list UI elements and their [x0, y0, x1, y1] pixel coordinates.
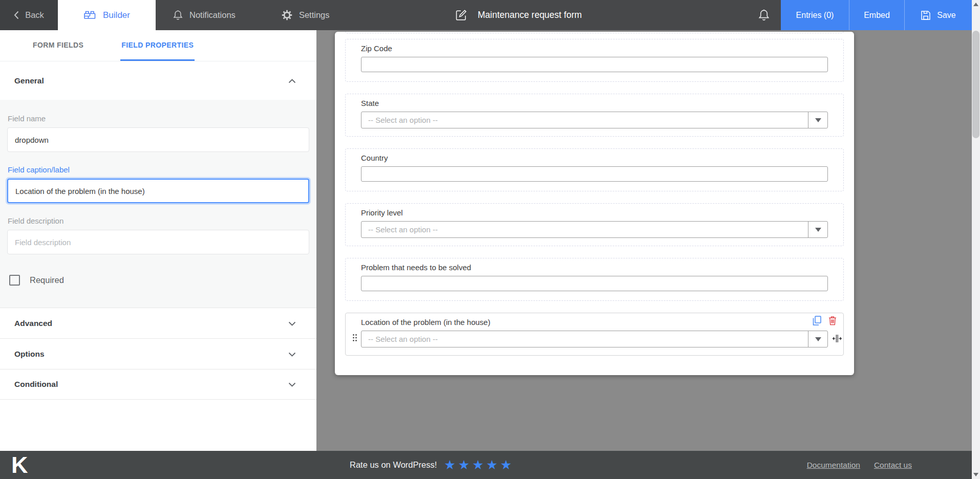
sidebar-tabs: FORM FIELDS FIELD PROPERTIES — [0, 30, 316, 61]
field-properties-tab-label: FIELD PROPERTIES — [121, 41, 194, 49]
edit-pencil-icon[interactable] — [455, 9, 467, 21]
section-general[interactable]: General — [0, 61, 316, 100]
gear-icon — [282, 10, 292, 20]
embed-button-label: Embed — [864, 11, 890, 20]
field-label: State — [361, 99, 828, 107]
field-label: Problem that needs to be solved — [361, 263, 828, 272]
footer-bar: K Rate us on WordPress! ★ ★ ★ ★ ★ Docume… — [0, 451, 972, 479]
dropdown-arrow-icon — [808, 112, 827, 128]
save-button-label: Save — [937, 11, 955, 20]
dropdown-arrow-icon — [808, 222, 827, 237]
scrollbar-thumb[interactable] — [972, 31, 979, 138]
general-section-label: General — [14, 76, 44, 85]
chevron-down-icon — [288, 319, 296, 328]
field-label: Zip Code — [361, 44, 828, 53]
section-conditional[interactable]: Conditional — [0, 369, 316, 400]
settings-tab-label: Settings — [299, 10, 330, 20]
star-icon[interactable]: ★ — [500, 459, 512, 471]
zip-code-input[interactable] — [361, 57, 828, 72]
back-button[interactable]: Back — [0, 0, 58, 30]
drag-handle-icon[interactable] — [352, 334, 357, 342]
entries-button[interactable]: Entries (0) — [781, 0, 849, 30]
conditional-section-label: Conditional — [14, 380, 58, 389]
field-caption-input[interactable] — [7, 179, 309, 203]
select-placeholder: -- Select an option -- — [361, 116, 438, 124]
required-checkbox[interactable] — [9, 275, 20, 286]
back-label: Back — [25, 10, 44, 20]
scroll-down-arrow-icon[interactable] — [973, 473, 978, 476]
star-icon[interactable]: ★ — [444, 459, 455, 471]
section-advanced[interactable]: Advanced — [0, 308, 316, 338]
required-label: Required — [30, 275, 64, 285]
field-description-label: Field description — [7, 216, 309, 225]
resize-handle-icon[interactable] — [833, 334, 842, 343]
field-name-input[interactable] — [7, 127, 309, 152]
canvas-field-zip-code[interactable]: Zip Code — [345, 39, 844, 82]
page-scrollbar[interactable] — [972, 0, 980, 479]
rating-stars[interactable]: ★ ★ ★ ★ ★ — [444, 459, 512, 471]
star-icon[interactable]: ★ — [472, 459, 483, 471]
tab-builder[interactable]: Builder — [58, 0, 156, 30]
canvas-field-problem[interactable]: Problem that needs to be solved — [345, 258, 844, 301]
embed-button[interactable]: Embed — [849, 0, 904, 30]
problem-input[interactable] — [361, 276, 828, 291]
state-select[interactable]: -- Select an option -- — [361, 112, 828, 128]
field-label: Country — [361, 154, 828, 162]
form-title-group: Maintenance request form — [455, 0, 582, 30]
canvas-field-state[interactable]: State -- Select an option -- — [345, 94, 844, 137]
select-placeholder: -- Select an option -- — [361, 225, 438, 234]
section-options[interactable]: Options — [0, 338, 316, 369]
country-input[interactable] — [361, 166, 828, 182]
scroll-up-arrow-icon[interactable] — [973, 3, 978, 6]
canvas-field-priority-level[interactable]: Priority level -- Select an option -- — [345, 203, 844, 246]
top-bar: Back Builder Notifications — [0, 0, 972, 30]
field-description-input[interactable] — [7, 230, 309, 254]
rate-text: Rate us on WordPress! — [350, 460, 437, 470]
chevron-down-icon — [288, 380, 296, 389]
field-caption-label: Field caption/label — [7, 165, 309, 174]
priority-level-select[interactable]: -- Select an option -- — [361, 221, 828, 238]
chevron-up-icon — [288, 76, 296, 85]
star-icon[interactable]: ★ — [458, 459, 470, 471]
kali-forms-logo: K — [11, 452, 28, 478]
tab-notifications[interactable]: Notifications — [156, 0, 253, 30]
field-actions — [813, 316, 837, 325]
form-title: Maintenance request form — [478, 10, 582, 20]
delete-field-icon[interactable] — [828, 316, 837, 325]
rate-group: Rate us on WordPress! ★ ★ ★ ★ ★ — [350, 451, 512, 479]
save-button[interactable]: Save — [904, 0, 972, 30]
floppy-save-icon — [921, 10, 931, 20]
builder-tab-label: Builder — [103, 10, 130, 20]
contact-us-link[interactable]: Contact us — [874, 461, 912, 470]
field-label: Priority level — [361, 208, 828, 217]
form-canvas: Zip Code State -- Select an option -- Co… — [316, 30, 972, 451]
tab-form-fields[interactable]: FORM FIELDS — [32, 30, 84, 61]
location-select[interactable]: -- Select an option -- — [361, 331, 828, 347]
tab-settings[interactable]: Settings — [264, 0, 347, 30]
form-preview-panel: Zip Code State -- Select an option -- Co… — [335, 32, 854, 375]
builder-bricks-icon — [83, 10, 96, 20]
canvas-field-country[interactable]: Country — [345, 148, 844, 191]
field-name-label: Field name — [7, 114, 309, 123]
field-label: Location of the problem (in the house) — [361, 318, 828, 326]
bell-icon — [173, 10, 183, 20]
canvas-field-location[interactable]: Location of the problem (in the house) — [345, 313, 844, 356]
chevron-down-icon — [288, 350, 296, 359]
canvas-field-partial[interactable] — [345, 32, 844, 33]
entries-button-label: Entries (0) — [796, 11, 834, 20]
documentation-link[interactable]: Documentation — [807, 461, 860, 470]
dropdown-arrow-icon — [808, 331, 827, 347]
form-fields-tab-label: FORM FIELDS — [33, 41, 83, 49]
form-builder-app: Back Builder Notifications — [0, 0, 980, 479]
notification-bell-icon[interactable] — [747, 0, 781, 30]
options-section-label: Options — [14, 350, 45, 359]
back-chevron-icon — [14, 11, 19, 19]
footer-links: Documentation Contact us — [807, 451, 912, 479]
select-placeholder: -- Select an option -- — [361, 335, 438, 343]
topbar-actions: Entries (0) Embed Save — [747, 0, 972, 30]
notifications-tab-label: Notifications — [189, 10, 236, 20]
general-panel: Field name Field caption/label Field des… — [0, 100, 316, 308]
tab-field-properties[interactable]: FIELD PROPERTIES — [120, 30, 195, 61]
duplicate-field-icon[interactable] — [813, 316, 821, 325]
star-icon[interactable]: ★ — [486, 459, 498, 471]
